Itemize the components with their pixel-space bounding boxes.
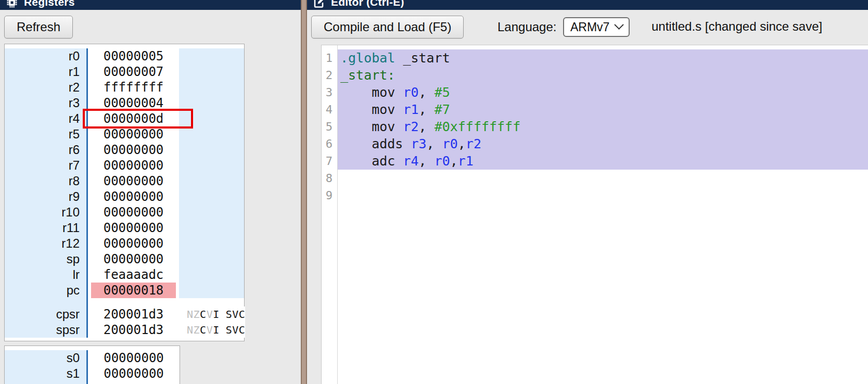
register-value-cell[interactable]: 200001d3 (88, 306, 179, 322)
registers-panel-header: Registers (0, 0, 301, 10)
register-value[interactable]: 00000000 (104, 189, 164, 204)
register-extra-cell (179, 126, 244, 142)
flag-I: I (213, 308, 220, 321)
register-value[interactable]: ffffffff (104, 80, 164, 95)
register-value[interactable]: 00000000 (104, 143, 164, 157)
register-value[interactable]: 00000000 (104, 158, 164, 173)
code-token: , (419, 85, 435, 100)
register-name: r5 (5, 126, 86, 142)
code-line-text[interactable] (337, 187, 868, 204)
register-value-cell[interactable]: feaaaadc (88, 267, 179, 283)
language-label: Language: (497, 20, 556, 34)
code-line-text[interactable]: mov r2, #0xffffffff (337, 118, 868, 135)
register-name: r12 (5, 236, 86, 251)
register-row: pc00000018 (5, 283, 244, 298)
register-value[interactable]: 00000007 (104, 65, 164, 79)
register-extra-cell (179, 189, 244, 204)
flag-C: C (200, 324, 207, 336)
register-value[interactable]: 00000000 (104, 205, 164, 220)
register-value-cell[interactable]: 00000000 (88, 126, 179, 142)
register-value-cell[interactable]: 00000004 (88, 95, 179, 111)
register-value[interactable]: 00000018 (91, 283, 176, 298)
register-value[interactable]: feaaaadc (104, 267, 164, 282)
register-name: spsr (5, 322, 86, 338)
register-value-cell[interactable]: 00000000 (88, 350, 180, 366)
register-value-cell[interactable]: 00000000 (88, 158, 179, 173)
flag-Z: Z (194, 324, 200, 336)
register-row: lrfeaaaadc (5, 267, 244, 283)
flag-N: N (187, 308, 194, 321)
code-line-text[interactable] (337, 170, 868, 187)
register-value-cell[interactable]: 00000000 (88, 220, 179, 236)
register-value-cell[interactable]: 00000000 (88, 142, 179, 158)
compile-and-load-button[interactable]: Compile and Load (F5) (311, 16, 464, 39)
register-value-cell[interactable]: 00000000 (88, 366, 180, 381)
flag-Z: Z (194, 308, 200, 321)
register-value-cell[interactable]: 00000005 (88, 48, 179, 64)
code-line: 6 adds r3, r0,r2 (322, 135, 868, 152)
editor-panel-header: Editor (Ctrl-E) (307, 0, 868, 10)
fp-register-row: s100000000 (5, 366, 180, 381)
register-value[interactable]: 00000000 (104, 221, 164, 235)
code-line-text[interactable]: .global _start (337, 49, 868, 67)
register-name: r3 (5, 95, 86, 111)
fp-register-row: s000000000 (5, 350, 180, 366)
register-value-cell[interactable]: 00000000 (88, 173, 179, 189)
register-row: sp00000000 (5, 251, 244, 267)
register-value-cell[interactable]: 00000000 (88, 189, 179, 204)
register-value-cell[interactable]: 00000000 (88, 236, 179, 251)
register-value-cell[interactable]: 00000000 (88, 204, 179, 220)
code-line-text[interactable]: mov r1, #7 (337, 101, 868, 118)
register-name: s2 (5, 381, 86, 384)
register-extra-cell (179, 283, 244, 298)
register-value[interactable]: 00000000 (104, 252, 164, 266)
register-value[interactable]: 00000000 (104, 236, 164, 251)
flag-I: I (213, 324, 220, 336)
code-token: _start (395, 50, 450, 66)
register-name: r4 (5, 111, 86, 126)
register-value[interactable]: 0000000d (104, 111, 164, 126)
register-value-cell[interactable]: 00000000 (88, 381, 180, 384)
register-value-cell[interactable]: 00000000 (88, 251, 179, 267)
register-row: r300000004 (5, 95, 244, 111)
code-token: adds (340, 136, 411, 151)
panel-splitter[interactable] (301, 0, 307, 384)
register-value[interactable]: 00000000 (104, 174, 164, 188)
register-row: r600000000 (5, 142, 244, 158)
code-line: 2_start: (322, 67, 868, 84)
psr-row: cpsr200001d3NZCVISVC (5, 306, 244, 322)
register-value-cell[interactable]: 200001d3 (88, 322, 179, 338)
fp-table-body: s000000000s100000000s200000000 (5, 350, 180, 384)
register-value[interactable]: 00000005 (104, 49, 164, 63)
register-row: r40000000d (5, 111, 244, 126)
code-token: r3 (411, 136, 426, 151)
code-line-text[interactable]: _start: (337, 67, 868, 84)
code-line-text[interactable]: adds r3, r0,r2 (337, 135, 868, 152)
language-select[interactable]: ARMv7 (563, 17, 630, 37)
psr-row: spsr200001d3NZCVISVC (5, 322, 244, 338)
code-token: .global (340, 50, 395, 66)
line-number: 1 (322, 49, 337, 67)
psr-table-body: cpsr200001d3NZCVISVCspsr200001d3NZCVISVC (5, 306, 244, 338)
code-line-text[interactable]: adc r4, r0,r1 (337, 152, 868, 170)
code-line-text[interactable]: mov r0, #5 (337, 84, 868, 101)
code-line: 8 (322, 170, 868, 187)
fp-register-table: s000000000s100000000s200000000 (4, 345, 180, 384)
flag-V: V (207, 308, 213, 321)
register-value[interactable]: 00000000 (104, 127, 164, 142)
register-value-cell[interactable]: 00000007 (88, 64, 179, 80)
register-value-cell[interactable]: ffffffff (88, 80, 179, 95)
code-line: 9 (322, 187, 868, 204)
register-name: r2 (5, 80, 86, 95)
cpu-mode: SVC (226, 308, 246, 321)
register-value-cell[interactable]: 00000018 (88, 283, 179, 298)
code-token: , (427, 136, 442, 151)
register-name: r0 (5, 48, 86, 64)
register-value[interactable]: 00000004 (104, 96, 164, 110)
code-editor[interactable]: 1.global _start2_start:3 mov r0, #54 mov… (321, 45, 868, 384)
refresh-button[interactable]: Refresh (4, 16, 73, 39)
code-token: r2 (466, 136, 481, 151)
line-number: 5 (322, 118, 337, 135)
register-value-cell[interactable]: 0000000d (88, 111, 179, 126)
code-token: r4 (403, 153, 418, 169)
